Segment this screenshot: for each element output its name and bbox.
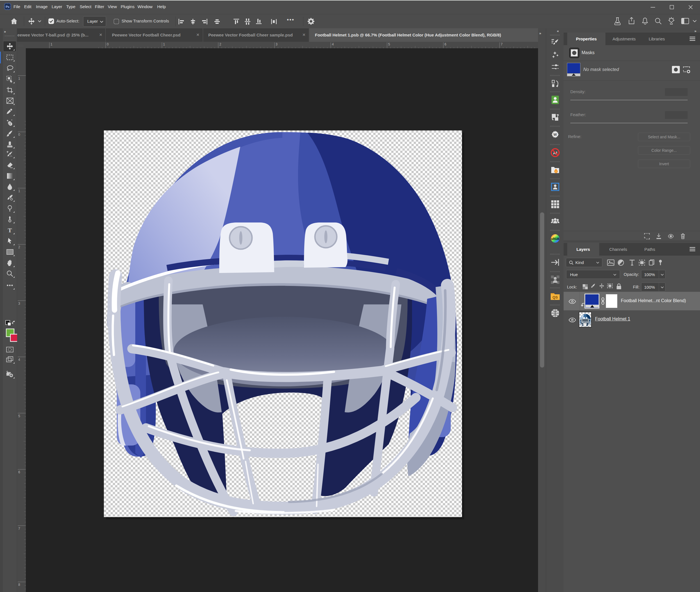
svg-text:5: 5: [388, 42, 390, 46]
svg-text:T: T: [8, 227, 12, 234]
svg-text:3: 3: [18, 302, 20, 305]
svg-text:2: 2: [18, 245, 20, 249]
svg-text:sRGB: sRGB: [551, 237, 559, 240]
svg-text:1: 1: [50, 42, 52, 46]
svg-text:4: 4: [18, 358, 20, 362]
svg-text:Ps: Ps: [6, 5, 9, 8]
svg-text:5: 5: [18, 414, 20, 418]
svg-text:7: 7: [501, 42, 503, 46]
svg-text:1: 1: [163, 42, 165, 46]
svg-text:3: 3: [276, 42, 278, 46]
svg-text:7: 7: [18, 527, 20, 531]
svg-text:0: 0: [107, 42, 109, 46]
svg-text:4: 4: [332, 42, 334, 46]
svg-text:1: 1: [18, 189, 20, 193]
svg-text:6: 6: [18, 470, 20, 474]
svg-text:1: 1: [18, 77, 20, 81]
svg-text:W: W: [553, 133, 557, 137]
svg-text:8: 8: [18, 583, 20, 587]
svg-text:2: 2: [220, 42, 222, 46]
svg-text:0: 0: [18, 133, 20, 137]
svg-text:QS: QS: [552, 295, 558, 299]
svg-text:6: 6: [445, 42, 447, 46]
